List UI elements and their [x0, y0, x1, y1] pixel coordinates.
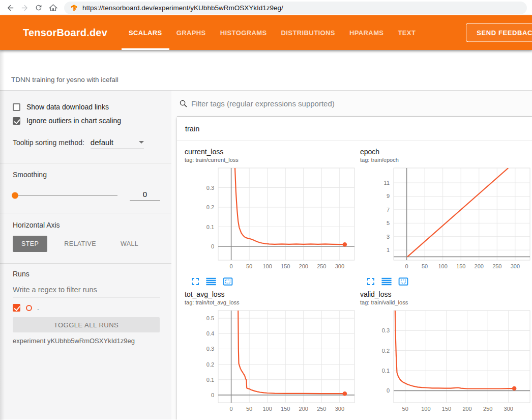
tab-histograms[interactable]: HISTOGRAMS [213, 15, 274, 50]
tab-hparams[interactable]: HPARAMS [342, 15, 391, 50]
svg-text:150: 150 [442, 406, 451, 412]
smoothing-value[interactable]: 0 [130, 190, 160, 201]
train-section-card: train current_loss tag: train/current_lo… [177, 117, 532, 419]
smoothing-slider-thumb[interactable] [12, 192, 18, 199]
chart-plot-area[interactable]: 05010015020025030000.10.20.30.40.5 [185, 307, 355, 415]
svg-text:100: 100 [438, 263, 447, 269]
svg-text:0.4: 0.4 [206, 330, 214, 337]
svg-text:250: 250 [317, 406, 326, 412]
train-section-header[interactable]: train [177, 117, 532, 141]
home-icon[interactable] [46, 1, 60, 15]
show-download-links-checkbox-row[interactable]: Show data download links [13, 103, 160, 111]
tab-scalars[interactable]: SCALARS [122, 15, 169, 50]
svg-text:300: 300 [504, 406, 513, 412]
run-row[interactable]: . [13, 304, 160, 312]
svg-text:7: 7 [387, 207, 390, 213]
svg-text:50: 50 [402, 406, 408, 412]
tensorboard-favicon [70, 4, 78, 12]
runs-filter-input[interactable] [13, 284, 160, 297]
charts-grid: current_loss tag: train/current_loss 050… [177, 141, 532, 419]
log-scale-lines-icon[interactable] [206, 277, 216, 286]
smoothing-slider[interactable] [13, 195, 117, 196]
svg-text:150: 150 [281, 406, 290, 412]
chart-action-icons [360, 276, 530, 287]
svg-text:9: 9 [387, 193, 390, 199]
brand-title: TensorBoard.dev [0, 27, 107, 39]
svg-text:250: 250 [317, 263, 326, 269]
svg-text:300: 300 [335, 406, 344, 412]
svg-text:0.2: 0.2 [206, 361, 214, 368]
ignore-outliers-checkbox-row[interactable]: Ignore outliers in chart scaling [13, 117, 160, 125]
settings-sidebar: Show data download links Ignore outliers… [0, 91, 171, 419]
svg-text:0.5: 0.5 [206, 315, 214, 321]
experiment-id-label: experiment yKUbhb5wRmOSXYkId1z9eg [13, 337, 160, 345]
svg-text:1: 1 [387, 247, 390, 253]
svg-text:50: 50 [246, 406, 252, 412]
toggle-all-runs-button[interactable]: TOGGLE ALL RUNS [13, 317, 160, 332]
svg-text:0.3: 0.3 [206, 185, 214, 191]
url-text: https://tensorboard.dev/experiment/yKUbh… [82, 4, 283, 12]
ignore-outliers-checkbox[interactable] [13, 117, 20, 125]
tooltip-sorting-dropdown[interactable]: default [91, 138, 144, 149]
run-name: . [37, 304, 39, 312]
tag-filter-input[interactable] [191, 99, 532, 108]
forward-icon[interactable] [17, 1, 32, 15]
svg-text:300: 300 [335, 263, 344, 269]
chart-plot-area[interactable]: 05010015020025030000.10.20.3 [185, 164, 355, 272]
svg-text:0: 0 [211, 243, 214, 249]
tag-filter-row [177, 91, 532, 117]
experiment-title: TDNN training for yesno with icefall [11, 76, 119, 83]
chart-epoch: epoch tag: train/epoch 05010015020025030… [360, 147, 530, 287]
svg-text:3: 3 [387, 234, 390, 240]
svg-text:100: 100 [421, 406, 430, 412]
svg-text:200: 200 [462, 406, 471, 412]
chart-tag: tag: train/valid_loss [360, 299, 530, 306]
svg-text:200: 200 [299, 263, 308, 269]
chart-title: tot_avg_loss [185, 290, 355, 299]
chart-plot-area[interactable]: 5010015020025030000.10.20.3 [360, 307, 530, 415]
svg-text:150: 150 [281, 263, 290, 269]
tab-distributions[interactable]: DISTRIBUTIONS [274, 15, 342, 50]
url-bar[interactable]: https://tensorboard.dev/experiment/yKUbh… [64, 2, 527, 14]
chart-action-icons [360, 419, 530, 419]
fit-domain-icon[interactable] [398, 277, 408, 286]
svg-text:0.1: 0.1 [206, 377, 214, 383]
show-download-links-checkbox[interactable] [13, 103, 20, 111]
svg-text:11: 11 [384, 180, 390, 186]
send-feedback-button[interactable]: SEND FEEDBACK [466, 23, 532, 42]
axis-wall-button[interactable]: WALL [112, 236, 147, 252]
main-content: train current_loss tag: train/current_lo… [171, 91, 532, 419]
reload-icon[interactable] [32, 1, 46, 15]
fullscreen-icon[interactable] [191, 277, 199, 286]
tooltip-sorting-value: default [91, 138, 113, 147]
svg-text:0: 0 [211, 392, 214, 398]
svg-text:200: 200 [299, 406, 308, 412]
chart-valid-loss: valid_loss tag: train/valid_loss 5010015… [360, 290, 530, 419]
browser-toolbar: https://tensorboard.dev/experiment/yKUbh… [0, 0, 532, 15]
chart-plot-area[interactable]: 0501001502002503001357911 [360, 164, 530, 272]
svg-text:0: 0 [230, 406, 233, 412]
tensorboard-page: https://tensorboard.dev/experiment/yKUbh… [0, 0, 532, 420]
svg-text:250: 250 [492, 263, 501, 269]
nav-tabs: SCALARS GRAPHS HISTOGRAMS DISTRIBUTIONS … [122, 15, 423, 50]
chart-action-icons [185, 276, 355, 287]
svg-text:5: 5 [387, 220, 390, 226]
run-checkbox[interactable] [13, 304, 20, 312]
tab-text[interactable]: TEXT [391, 15, 423, 50]
log-scale-lines-icon[interactable] [381, 277, 392, 286]
chart-tag: tag: train/epoch [360, 156, 530, 163]
fullscreen-icon[interactable] [367, 277, 375, 286]
chart-title: valid_loss [360, 290, 530, 299]
svg-text:100: 100 [262, 263, 272, 269]
chevron-down-icon [139, 141, 144, 144]
svg-text:150: 150 [456, 263, 465, 269]
search-icon [179, 99, 188, 108]
fit-domain-icon[interactable] [223, 277, 233, 286]
svg-text:0.2: 0.2 [382, 348, 390, 354]
axis-relative-button[interactable]: RELATIVE [55, 236, 105, 252]
tab-graphs[interactable]: GRAPHS [169, 15, 213, 50]
axis-step-button[interactable]: STEP [13, 236, 47, 252]
svg-text:200: 200 [475, 263, 484, 269]
back-icon[interactable] [3, 1, 17, 15]
smoothing-label: Smoothing [13, 171, 160, 179]
